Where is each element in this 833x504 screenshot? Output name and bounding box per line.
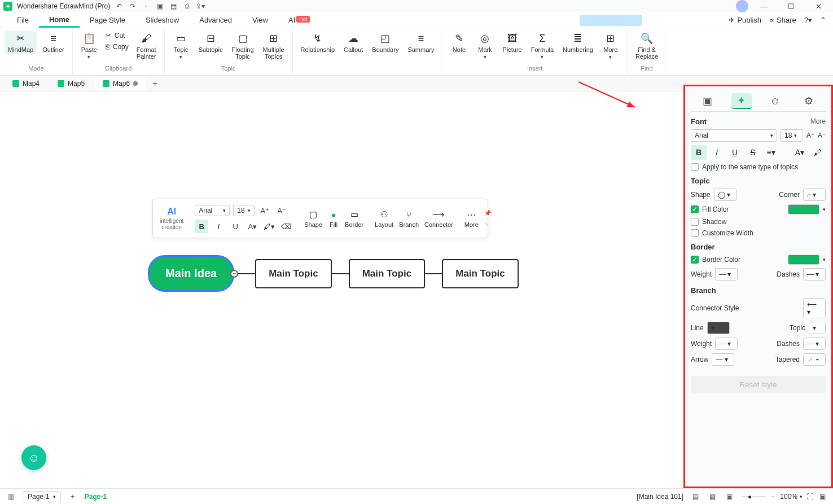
- border-color-checkbox[interactable]: ✓: [691, 256, 699, 264]
- menu-slideshow[interactable]: Slideshow: [135, 14, 189, 27]
- zoom-slider[interactable]: —●——: [741, 493, 765, 501]
- panel-tab-icon[interactable]: ☺: [765, 93, 785, 109]
- boundary-button[interactable]: ◰Boundary: [369, 30, 402, 54]
- new-icon[interactable]: ▫: [142, 2, 151, 11]
- redo-icon[interactable]: ↷: [128, 2, 137, 11]
- font-more-button[interactable]: More: [810, 117, 826, 126]
- add-page-button[interactable]: +: [68, 492, 78, 502]
- window-maximize[interactable]: ☐: [780, 0, 803, 12]
- panel-align-button[interactable]: ≡▾: [763, 145, 779, 160]
- border-weight-select[interactable]: ― ▾: [715, 268, 738, 281]
- connector-button[interactable]: ⟶Connector: [424, 209, 453, 228]
- picture-button[interactable]: 🖼Picture: [499, 30, 525, 54]
- share-button[interactable]: ∝Share: [769, 16, 796, 24]
- corner-select[interactable]: ⌐ ▾: [803, 189, 826, 201]
- paste-button[interactable]: 📋Paste▾: [77, 30, 101, 61]
- highlight-button[interactable]: 🖍▾: [262, 220, 276, 233]
- mark-button[interactable]: ◎Mark▾: [473, 30, 497, 61]
- topic-node[interactable]: Main Topic: [442, 259, 519, 288]
- undo-icon[interactable]: ↶: [115, 2, 124, 11]
- canvas[interactable]: AI intelligent creation Arial▾ 18▾ A⁺ A⁻…: [0, 91, 683, 488]
- shadow-checkbox[interactable]: [691, 218, 699, 226]
- copy-button[interactable]: ⎘ Copy: [103, 42, 131, 52]
- find-replace-button[interactable]: 🔍Find & Replace: [632, 30, 661, 61]
- font-shrink-icon[interactable]: A⁻: [818, 132, 826, 139]
- note-button[interactable]: ✎Note: [447, 30, 471, 54]
- panel-font-color-button[interactable]: A▾: [792, 145, 808, 160]
- panel-font-family[interactable]: Arial▾: [691, 129, 777, 142]
- summary-button[interactable]: ≡Summary: [404, 30, 437, 54]
- italic-button[interactable]: I: [212, 220, 225, 233]
- font-shrink-button[interactable]: A⁻: [275, 204, 288, 217]
- resize-icon[interactable]: ⤡: [484, 221, 491, 227]
- line-color-select[interactable]: ▾: [707, 322, 730, 334]
- branch-button[interactable]: ⑂Branch: [399, 209, 419, 228]
- cut-button[interactable]: ✂ Cut: [103, 30, 131, 41]
- branch-topic-select[interactable]: ▾: [809, 322, 826, 334]
- fill-button[interactable]: ●Fill: [328, 209, 339, 228]
- assistant-fab[interactable]: ☺: [21, 445, 46, 470]
- multiple-topics-button[interactable]: ⊞Multiple Topics: [260, 30, 288, 61]
- reset-style-button[interactable]: Reset style: [691, 376, 826, 393]
- format-painter-button[interactable]: 🖌Format Painter: [133, 30, 160, 61]
- doc-tab-map6[interactable]: Map6: [95, 77, 146, 90]
- customize-width-checkbox[interactable]: [691, 229, 699, 237]
- panel-underline-button[interactable]: U: [727, 145, 743, 160]
- doc-tab-map5[interactable]: Map5: [50, 77, 93, 90]
- relationship-button[interactable]: ↯Relationship: [297, 30, 339, 54]
- help-button[interactable]: ?▾: [804, 16, 812, 24]
- fill-color-swatch[interactable]: [788, 204, 819, 214]
- page-selector[interactable]: Page-1▾: [23, 491, 61, 502]
- export-icon[interactable]: ⇪▾: [196, 2, 205, 11]
- window-close[interactable]: ✕: [807, 0, 830, 12]
- branch-weight-select[interactable]: ― ▾: [715, 338, 738, 350]
- menu-ai[interactable]: AIHot: [278, 14, 320, 27]
- font-grow-button[interactable]: A⁺: [258, 204, 271, 217]
- promo-banner[interactable]: [580, 15, 642, 26]
- panel-strike-button[interactable]: S: [745, 145, 761, 160]
- font-size-select[interactable]: 18▾: [233, 205, 255, 216]
- menu-file[interactable]: File: [7, 14, 39, 27]
- menu-advanced[interactable]: Advanced: [189, 14, 242, 27]
- layout-button[interactable]: ⚇Layout: [375, 209, 393, 228]
- clear-format-button[interactable]: ⌫: [279, 220, 293, 233]
- bold-button[interactable]: B: [195, 220, 208, 233]
- border-color-swatch[interactable]: [788, 255, 819, 265]
- insert-more-button[interactable]: ⊞More▾: [599, 30, 622, 61]
- apply-same-checkbox[interactable]: [691, 163, 699, 171]
- border-dashes-select[interactable]: ― ▾: [803, 268, 826, 281]
- main-idea-node[interactable]: Main Idea: [148, 255, 234, 292]
- view-mode-3-icon[interactable]: ▣: [724, 492, 734, 502]
- panel-tab-layout[interactable]: ▣: [698, 93, 718, 109]
- collapse-handle[interactable]: −: [230, 270, 238, 278]
- print-icon[interactable]: ⎙: [182, 2, 191, 11]
- ai-creation-button[interactable]: AI intelligent creation: [160, 207, 183, 230]
- open-icon[interactable]: ▣: [155, 2, 164, 11]
- underline-button[interactable]: U: [229, 220, 242, 233]
- shape-select[interactable]: ◯ ▾: [714, 189, 736, 201]
- user-avatar[interactable]: [736, 0, 748, 12]
- font-grow-icon[interactable]: A⁺: [806, 132, 814, 139]
- fit-icon[interactable]: ▣: [817, 492, 827, 502]
- save-icon[interactable]: ▤: [169, 2, 178, 11]
- publish-button[interactable]: ✈Publish: [729, 16, 761, 24]
- fill-color-checkbox[interactable]: ✓: [691, 205, 699, 213]
- formula-button[interactable]: ΣFormula▾: [528, 30, 557, 61]
- panel-bold-button[interactable]: B: [691, 145, 707, 160]
- collapse-ribbon[interactable]: ⌃: [820, 16, 826, 24]
- subtopic-button[interactable]: ⊟Subtopic: [195, 30, 226, 54]
- view-mode-2-icon[interactable]: ▦: [707, 492, 717, 502]
- topic-node[interactable]: Main Topic: [255, 259, 332, 288]
- floating-topic-button[interactable]: ▢Floating Topic: [228, 30, 257, 61]
- doc-tab-map4[interactable]: Map4: [5, 77, 47, 90]
- menu-page-style[interactable]: Page Style: [80, 14, 135, 27]
- more-button[interactable]: ⋯More: [464, 209, 479, 228]
- panel-italic-button[interactable]: I: [709, 145, 725, 160]
- page-tab[interactable]: Page-1: [85, 493, 107, 501]
- view-mode-1-icon[interactable]: ▤: [690, 492, 700, 502]
- panel-tab-style[interactable]: ✦: [731, 93, 752, 109]
- border-button[interactable]: ▭Border: [345, 209, 363, 228]
- connector-style-select[interactable]: ⟵ ▾: [803, 298, 826, 318]
- panel-highlight-button[interactable]: 🖍: [810, 145, 826, 160]
- menu-view[interactable]: View: [242, 14, 278, 27]
